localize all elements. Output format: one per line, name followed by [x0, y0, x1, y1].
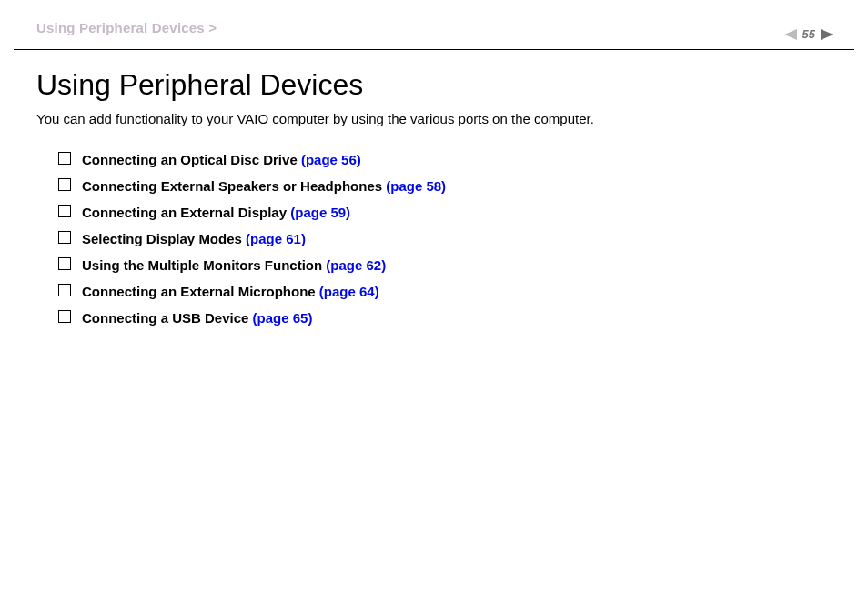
list-item: Connecting External Speakers or Headphon…	[58, 178, 832, 194]
toc-item-label: Connecting an Optical Disc Drive	[82, 152, 301, 167]
svg-marker-1	[821, 29, 833, 40]
toc-page-link[interactable]: (page 61)	[246, 231, 306, 246]
bullet-icon	[58, 284, 71, 296]
list-item: Using the Multiple Monitors Function (pa…	[58, 257, 832, 273]
bullet-icon	[58, 178, 71, 191]
page-title: Using Peripheral Devices	[36, 68, 832, 102]
toc-page-link[interactable]: (page 64)	[319, 284, 379, 299]
intro-text: You can add functionality to your VAIO c…	[36, 111, 832, 126]
content: Using Peripheral Devices You can add fun…	[0, 50, 868, 326]
pager: 55	[784, 27, 833, 41]
bullet-icon	[58, 231, 71, 244]
toc-page-link[interactable]: (page 56)	[301, 152, 361, 167]
toc-item-label: Selecting Display Modes	[82, 231, 246, 246]
list-item: Selecting Display Modes (page 61)	[58, 231, 832, 246]
list-item: Connecting an External Display (page 59)	[58, 205, 832, 220]
list-item: Connecting a USB Device (page 65)	[58, 310, 832, 326]
toc-page-link[interactable]: (page 62)	[326, 257, 386, 273]
toc-item-label: Connecting an External Display	[82, 205, 290, 220]
chevron-left-icon[interactable]	[784, 29, 797, 40]
chevron-right-icon[interactable]	[821, 29, 833, 40]
bullet-icon	[58, 152, 71, 165]
bullet-icon	[58, 205, 71, 217]
breadcrumb[interactable]: Using Peripheral Devices >	[36, 20, 217, 35]
toc-page-link[interactable]: (page 65)	[253, 310, 313, 326]
toc-page-link[interactable]: (page 58)	[386, 178, 446, 194]
toc-item-label: Using the Multiple Monitors Function	[82, 257, 326, 273]
toc-item-label: Connecting an External Microphone	[82, 284, 319, 299]
list-item: Connecting an Optical Disc Drive (page 5…	[58, 152, 832, 167]
toc-page-link[interactable]: (page 59)	[290, 205, 350, 220]
toc-item-label: Connecting External Speakers or Headphon…	[82, 178, 386, 194]
page-header: Using Peripheral Devices > 55	[0, 0, 868, 36]
bullet-icon	[58, 257, 71, 270]
bullet-icon	[58, 310, 71, 323]
svg-marker-0	[784, 29, 797, 40]
page-number: 55	[802, 27, 815, 41]
toc-item-label: Connecting a USB Device	[82, 310, 253, 326]
toc-list: Connecting an Optical Disc Drive (page 5…	[36, 152, 832, 326]
list-item: Connecting an External Microphone (page …	[58, 284, 832, 299]
